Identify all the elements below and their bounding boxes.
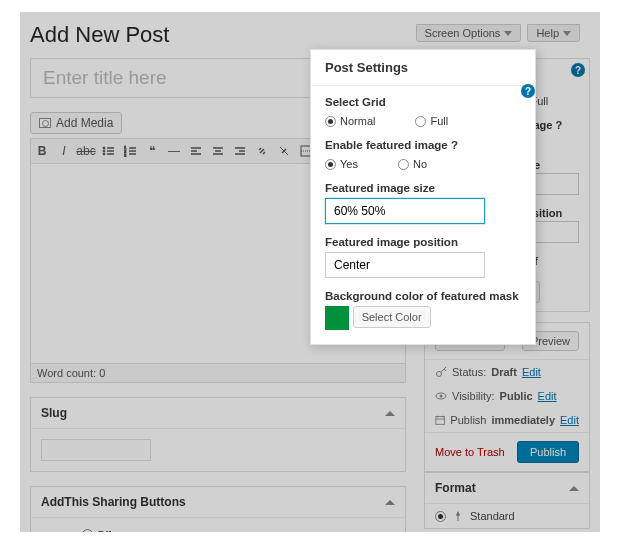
format-title: Format xyxy=(435,481,476,495)
align-right-button[interactable] xyxy=(229,139,251,163)
post-settings-popover: Post Settings ? Select Grid Normal Full … xyxy=(310,49,536,345)
feat-label: Enable featured image ? xyxy=(325,139,521,151)
move-to-trash-link[interactable]: Move to Trash xyxy=(435,446,505,458)
status-row: Status: Draft Edit xyxy=(425,360,589,384)
format-metabox: Format Standard xyxy=(424,472,590,529)
grid-label: Select Grid xyxy=(325,96,521,108)
add-media-button[interactable]: Add Media xyxy=(30,112,122,134)
format-standard-label: Standard xyxy=(470,510,515,522)
strike-button[interactable]: abc xyxy=(75,139,97,163)
svg-point-30 xyxy=(437,372,442,377)
link-button[interactable] xyxy=(251,139,273,163)
addthis-title: AddThis Sharing Buttons xyxy=(41,495,186,509)
help-button[interactable]: Help xyxy=(527,24,580,42)
word-count: Word count: 0 xyxy=(30,364,406,383)
slug-input[interactable] xyxy=(41,439,151,461)
chevron-down-icon xyxy=(563,31,571,36)
addthis-on-radio[interactable]: On xyxy=(41,532,71,533)
collapse-icon[interactable] xyxy=(569,486,579,491)
chevron-down-icon xyxy=(504,31,512,36)
pin-icon xyxy=(452,510,464,522)
collapse-icon[interactable] xyxy=(385,411,395,416)
unlink-button[interactable] xyxy=(273,139,295,163)
feat-no-radio[interactable]: No xyxy=(398,158,427,170)
svg-line-32 xyxy=(444,369,446,371)
help-label: Help xyxy=(536,27,559,39)
pos-label: Featured image position xyxy=(325,236,521,248)
calendar-icon xyxy=(435,414,445,426)
italic-button[interactable]: I xyxy=(53,139,75,163)
ul-button[interactable] xyxy=(97,139,119,163)
help-icon[interactable]: ? xyxy=(571,63,585,77)
svg-point-2 xyxy=(103,150,105,152)
svg-point-34 xyxy=(440,395,443,398)
edit-schedule-link[interactable]: Edit xyxy=(560,414,579,426)
svg-line-31 xyxy=(441,367,446,372)
format-standard-radio[interactable] xyxy=(435,511,446,522)
bold-button[interactable]: B xyxy=(31,139,53,163)
help-icon[interactable]: ? xyxy=(521,84,535,98)
grid-full-radio[interactable]: Full xyxy=(415,115,448,127)
ol-button[interactable]: 123 xyxy=(119,139,141,163)
svg-text:3: 3 xyxy=(124,153,127,157)
slug-title: Slug xyxy=(41,406,67,420)
publish-button[interactable]: Publish xyxy=(517,441,579,463)
visibility-row: Visibility: Public Edit xyxy=(425,384,589,408)
collapse-icon[interactable] xyxy=(385,500,395,505)
align-left-button[interactable] xyxy=(185,139,207,163)
add-media-label: Add Media xyxy=(56,116,113,130)
featured-position-input[interactable] xyxy=(325,252,485,278)
mask-label: Background color of featured mask xyxy=(325,290,521,302)
addthis-metabox: AddThis Sharing Buttons On Off xyxy=(30,486,406,532)
screen-options-button[interactable]: Screen Options xyxy=(416,24,522,42)
hr-button[interactable]: — xyxy=(163,139,185,163)
title-placeholder: Enter title here xyxy=(43,67,167,88)
svg-rect-35 xyxy=(436,417,445,425)
svg-line-21 xyxy=(280,147,288,155)
align-center-button[interactable] xyxy=(207,139,229,163)
svg-point-4 xyxy=(103,153,105,155)
quote-button[interactable]: ❝ xyxy=(141,139,163,163)
svg-point-0 xyxy=(103,147,105,149)
featured-size-input[interactable] xyxy=(325,198,485,224)
edit-visibility-link[interactable]: Edit xyxy=(538,390,557,402)
screen-options-label: Screen Options xyxy=(425,27,501,39)
eye-icon xyxy=(435,390,447,402)
feat-yes-radio[interactable]: Yes xyxy=(325,158,358,170)
slug-metabox: Slug xyxy=(30,397,406,472)
edit-status-link[interactable]: Edit xyxy=(522,366,541,378)
size-label: Featured image size xyxy=(325,182,521,194)
mask-color-swatch[interactable] xyxy=(325,306,349,330)
schedule-row: Publish immediately Edit xyxy=(425,408,589,432)
grid-normal-radio[interactable]: Normal xyxy=(325,115,375,127)
camera-icon xyxy=(39,118,51,128)
popover-title: Post Settings xyxy=(325,60,408,75)
select-color-button[interactable]: Select Color xyxy=(353,306,431,328)
key-icon xyxy=(435,366,447,378)
addthis-off-radio[interactable]: Off xyxy=(82,529,111,533)
